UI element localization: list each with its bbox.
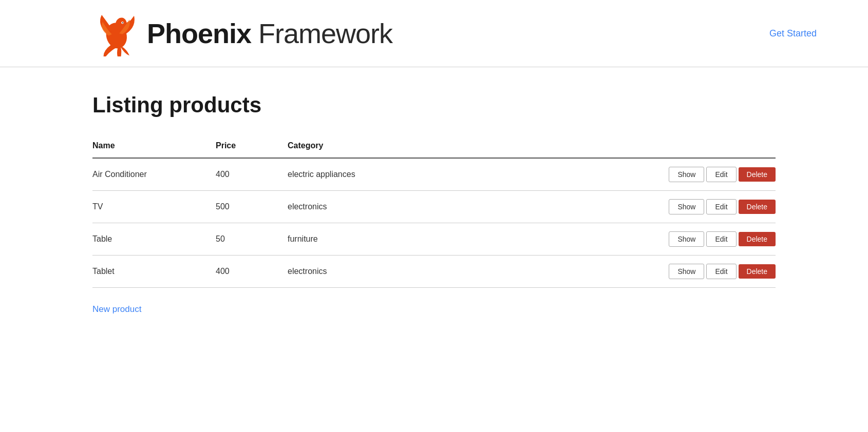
product-actions: ShowEditDelete	[452, 256, 776, 288]
table-row: Air Conditioner400electric appliancesSho…	[92, 158, 776, 191]
table-header: Name Price Category	[92, 136, 776, 158]
show-button[interactable]: Show	[669, 231, 704, 247]
col-header-actions	[452, 136, 776, 158]
delete-button[interactable]: Delete	[739, 264, 776, 279]
delete-button[interactable]: Delete	[739, 200, 776, 214]
logo-area: Phoenix Framework	[92, 10, 392, 56]
table-row: Table50furnitureShowEditDelete	[92, 223, 776, 256]
product-category: electric appliances	[288, 158, 452, 191]
product-category: furniture	[288, 223, 452, 256]
product-category: electronics	[288, 256, 452, 288]
logo-text: Phoenix Framework	[147, 17, 392, 49]
col-header-name: Name	[92, 136, 216, 158]
get-started-link[interactable]: Get Started	[769, 28, 837, 39]
table-body: Air Conditioner400electric appliancesSho…	[92, 158, 776, 288]
edit-button[interactable]: Edit	[706, 264, 736, 279]
show-button[interactable]: Show	[669, 199, 704, 214]
site-header: Phoenix Framework Get Started	[0, 0, 868, 67]
product-price: 50	[216, 223, 288, 256]
show-button[interactable]: Show	[669, 167, 704, 182]
edit-button[interactable]: Edit	[706, 167, 736, 182]
product-name: Air Conditioner	[92, 158, 216, 191]
products-table: Name Price Category Air Conditioner400el…	[92, 136, 776, 288]
table-row: Tablet400electronicsShowEditDelete	[92, 256, 776, 288]
product-price: 500	[216, 191, 288, 223]
table-row: TV500electronicsShowEditDelete	[92, 191, 776, 223]
product-name: Tablet	[92, 256, 216, 288]
phoenix-logo-icon	[92, 10, 139, 56]
show-button[interactable]: Show	[669, 264, 704, 279]
col-header-price: Price	[216, 136, 288, 158]
svg-point-4	[122, 22, 123, 23]
product-price: 400	[216, 256, 288, 288]
product-name: TV	[92, 191, 216, 223]
delete-button[interactable]: Delete	[739, 167, 776, 182]
col-header-category: Category	[288, 136, 452, 158]
edit-button[interactable]: Edit	[706, 199, 736, 214]
product-actions: ShowEditDelete	[452, 191, 776, 223]
page-title: Listing products	[92, 93, 776, 117]
product-actions: ShowEditDelete	[452, 158, 776, 191]
new-product-link[interactable]: New product	[92, 304, 141, 315]
product-category: electronics	[288, 191, 452, 223]
delete-button[interactable]: Delete	[739, 232, 776, 246]
main-content: Listing products Name Price Category Air…	[0, 67, 868, 340]
product-actions: ShowEditDelete	[452, 223, 776, 256]
product-name: Table	[92, 223, 216, 256]
edit-button[interactable]: Edit	[706, 231, 736, 247]
product-price: 400	[216, 158, 288, 191]
